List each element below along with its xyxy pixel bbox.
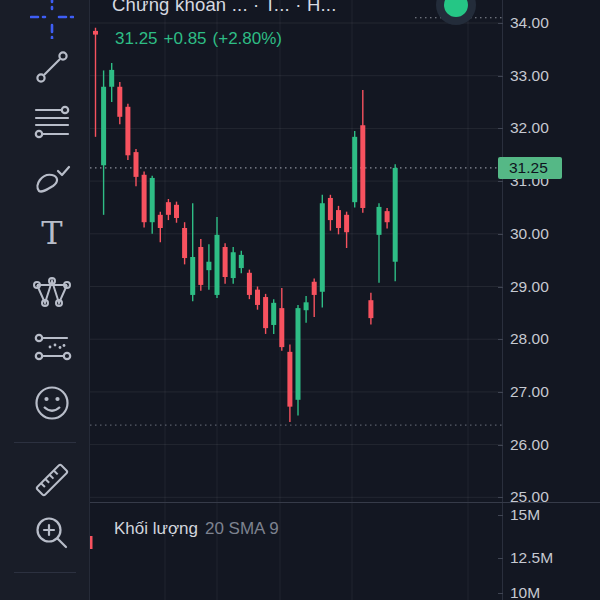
axis-tick xyxy=(498,128,503,129)
price-axis-label: 32.00 xyxy=(510,119,549,137)
price-change: +0.85 xyxy=(164,29,207,48)
smiley-icon xyxy=(30,381,74,425)
trendline-tool-button[interactable] xyxy=(30,45,74,89)
axis-tick xyxy=(498,181,503,182)
candle xyxy=(142,172,147,228)
fib-retracement-icon xyxy=(30,101,74,145)
edge-volume-bar xyxy=(90,536,93,549)
candle xyxy=(255,287,260,310)
candle xyxy=(385,208,390,229)
axis-tick xyxy=(498,445,503,446)
axis-tick xyxy=(498,392,503,393)
candle xyxy=(239,251,244,274)
candle xyxy=(368,293,373,325)
fib-retracement-tool-button[interactable] xyxy=(30,101,74,145)
volume-axis-label: 10M xyxy=(510,584,540,600)
toolbar-divider xyxy=(14,442,76,443)
candle xyxy=(150,176,155,234)
candle xyxy=(206,244,211,289)
axis-tick xyxy=(498,23,503,24)
candle xyxy=(93,28,98,137)
volume-axis-label: 12.5M xyxy=(510,549,553,567)
zoom-in-tool-button[interactable] xyxy=(30,511,74,555)
drawing-toolbar: T xyxy=(0,0,90,600)
candle xyxy=(304,296,309,323)
indicator-params: 20 SMA 9 xyxy=(205,519,279,538)
axis-tick xyxy=(498,339,503,340)
volume-indicator-legend[interactable]: Khối lượng20 SMA 9 xyxy=(114,519,279,539)
candle xyxy=(352,131,357,207)
emoji-tool-button[interactable] xyxy=(30,381,74,425)
candle xyxy=(320,195,325,308)
indicator-name: Khối lượng xyxy=(114,519,198,538)
candle xyxy=(247,270,252,300)
candle xyxy=(158,212,163,243)
candle xyxy=(344,212,349,248)
ruler-icon xyxy=(30,458,74,502)
pane-separator[interactable] xyxy=(90,502,600,503)
forecast-icon xyxy=(30,325,74,369)
brush-icon xyxy=(30,158,74,202)
price-axis-label: 28.00 xyxy=(510,330,549,348)
axis-tick xyxy=(498,497,503,498)
candle xyxy=(287,344,292,421)
candle xyxy=(190,203,195,301)
pattern-tool-button[interactable] xyxy=(30,270,74,314)
candle xyxy=(198,239,203,291)
price-change-percent: (+2.80%) xyxy=(213,29,282,48)
svg-text:T: T xyxy=(41,214,63,252)
candle xyxy=(360,90,365,213)
candle xyxy=(328,195,333,231)
zoom-in-icon xyxy=(30,511,74,555)
candle xyxy=(377,203,382,283)
volume-axis-label: 15M xyxy=(510,506,540,524)
candle xyxy=(182,222,187,264)
symbol-title[interactable]: Chứng khoán ... · T... · H... xyxy=(112,0,337,16)
text-icon: T xyxy=(30,211,74,255)
candle xyxy=(174,202,179,223)
ruler-tool-button[interactable] xyxy=(30,458,74,502)
quote-line: 31.25+0.85(+2.80%) xyxy=(115,29,288,49)
axis-tick xyxy=(498,287,503,288)
axis-tick xyxy=(498,593,503,594)
price-axis-label: 27.00 xyxy=(510,383,549,401)
price-axis-label: 25.00 xyxy=(510,488,549,506)
candle xyxy=(296,305,301,416)
candle xyxy=(312,279,317,317)
candle xyxy=(117,82,122,124)
axis-tick xyxy=(498,234,503,235)
price-axis-label: 29.00 xyxy=(510,278,549,296)
candle xyxy=(166,199,171,220)
trend-line-icon xyxy=(30,45,74,89)
candlestick-chart[interactable] xyxy=(90,0,502,600)
candle xyxy=(271,299,276,334)
candle xyxy=(263,294,268,334)
candle xyxy=(231,247,236,284)
status-dot[interactable] xyxy=(444,0,468,17)
price-axis-label: 34.00 xyxy=(510,14,549,32)
axis-tick xyxy=(498,76,503,77)
price-axis-label: 26.00 xyxy=(510,436,549,454)
candle xyxy=(393,164,398,281)
chart-pane[interactable] xyxy=(90,0,502,600)
last-price: 31.25 xyxy=(115,29,158,48)
candle xyxy=(101,70,106,214)
trading-chart-app: Chứng khoán ... · T... · H... 31.25+0.85… xyxy=(0,0,600,600)
xabcd-pattern-icon xyxy=(30,270,74,314)
current-price-label: 31.25 xyxy=(498,157,562,179)
axis-tick xyxy=(498,515,503,516)
price-axis-label: 30.00 xyxy=(510,225,549,243)
toolbar-divider xyxy=(14,572,76,573)
candle xyxy=(336,206,341,234)
price-axis[interactable]: 31.25 34.0033.0032.0031.0030.0029.0028.0… xyxy=(502,0,600,600)
candle xyxy=(223,243,228,284)
axis-tick xyxy=(498,558,503,559)
price-axis-label: 33.00 xyxy=(510,67,549,85)
crosshair-icon xyxy=(30,0,74,39)
candle xyxy=(125,104,130,160)
text-tool-button[interactable]: T xyxy=(30,211,74,255)
crosshair-tool-button[interactable] xyxy=(30,0,74,39)
candle xyxy=(215,217,220,298)
brush-tool-button[interactable] xyxy=(30,158,74,202)
forecast-tool-button[interactable] xyxy=(30,325,74,369)
